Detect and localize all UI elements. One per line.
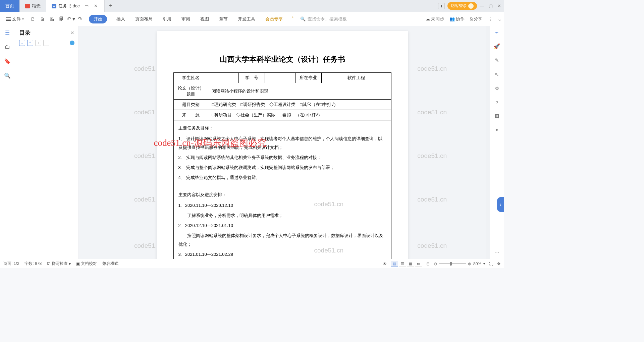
view-read-icon[interactable]: ▭ (415, 261, 422, 267)
file-menu[interactable]: 文件▾ (3, 15, 27, 23)
view-web-icon[interactable]: ▦ (407, 261, 414, 267)
search-icon: 🔍 (300, 16, 306, 21)
zoom-in-button[interactable]: ⊕ (468, 262, 471, 266)
watermark: code51.cn (417, 65, 447, 72)
tab-close-icon[interactable]: ✕ (93, 3, 99, 9)
undo-icon[interactable]: ↶ ▾ (67, 16, 75, 22)
document-canvas[interactable]: ▤ ✥ + code51.cn code51.cn code51.cn code… (79, 26, 486, 259)
ribbon-tab-pagelayout[interactable]: 页面布局 (135, 15, 153, 23)
more-icon[interactable]: ⋮ (488, 16, 493, 22)
outline-panel: 目录 ✕ ⌄ ⌃ + − (15, 26, 79, 259)
status-eye-icon[interactable]: 👁 (383, 262, 387, 266)
status-words[interactable]: 字数: 878 (24, 261, 42, 267)
login-button[interactable]: 访客登录 (447, 2, 477, 10)
qat-sync-icon[interactable]: 🗎 (39, 16, 45, 22)
document-table: 学生姓名 学 号 所在专业软件工程 论文（设计）题目阅读网站小程序的设计和实现 … (173, 72, 391, 259)
ribbon-tab-section[interactable]: 章节 (218, 15, 228, 23)
tab-bar: 首页 稻壳 W 任务书.doc ▭ ✕ + 1 访客登录 — ▢ ✕ (0, 0, 504, 12)
fit-icon[interactable]: ✥ (497, 262, 500, 266)
daoke-icon (25, 4, 30, 8)
right-rail-pen-icon[interactable]: ✎ (495, 57, 499, 63)
status-spellcheck[interactable]: ☑ 拼写检查 ▾ (47, 261, 71, 267)
outline-close-icon[interactable]: ✕ (70, 30, 74, 36)
tab-home[interactable]: 首页 (0, 0, 20, 12)
maximize-icon[interactable]: ▢ (489, 3, 493, 8)
ribbon-tab-start[interactable]: 开始 (89, 15, 107, 23)
outline-expand-icon[interactable]: ⌄ (19, 40, 25, 46)
tab-split-icon[interactable]: ▭ (83, 3, 90, 9)
right-rail-collapse-icon[interactable]: ⫟ (494, 30, 499, 35)
zoom-out-button[interactable]: ⊖ (434, 262, 437, 266)
ribbon-tab-view[interactable]: 视图 (200, 15, 210, 23)
status-layout-icon[interactable]: ⊞ (426, 262, 430, 266)
right-rail-rocket-icon[interactable]: 🚀 (494, 43, 500, 49)
tab-document[interactable]: W 任务书.doc ▭ ✕ (46, 0, 105, 12)
window-count-badge[interactable]: 1 (438, 3, 445, 9)
qat-save-icon[interactable]: 🗋 (30, 16, 36, 22)
document-page: code51.cn code51.cn code51.cn-源码乐园盗图必究 山… (157, 31, 408, 259)
ribbon-search[interactable]: 🔍 查找命令、搜索模板 (300, 16, 347, 22)
right-rail-spark-icon[interactable]: ✦ (495, 127, 499, 133)
scrollbar[interactable] (486, 26, 490, 259)
sync-button[interactable]: ☁ 未同步 (426, 16, 444, 22)
thumbnail-icon[interactable]: 🗀 (5, 44, 10, 50)
watermark: code51.cn (417, 242, 447, 249)
outline-plus-icon[interactable]: + (35, 40, 41, 46)
status-bar: 页面: 1/2 字数: 878 ☑ 拼写检查 ▾ ▣ 文档校对 兼容模式 👁 ▤… (0, 259, 504, 268)
fullscreen-icon[interactable]: ⛶ (489, 262, 493, 266)
avatar-icon (468, 3, 474, 9)
right-rail: ⫟ 🚀 ✎ ↖ ⚙ ? 🖾 ✦ ⋯ (490, 26, 504, 259)
ribbon-tab-member[interactable]: 会员专享 (265, 15, 283, 23)
bookmark-icon[interactable]: 🔖 (4, 58, 11, 64)
ribbon: 文件▾ 🗋 🗎 🖶 🗐 ↶ ▾ ↷ 开始 插入 页面布局 引用 审阅 视图 章节… (0, 12, 504, 26)
right-rail-image-icon[interactable]: 🖾 (494, 113, 499, 119)
side-expand-button[interactable]: ‹ (497, 197, 504, 212)
coop-button[interactable]: 👥 协作 (449, 16, 465, 22)
right-rail-more-icon[interactable]: ⋯ (494, 249, 499, 255)
outline-collapse-icon[interactable]: ⌃ (27, 40, 33, 46)
redo-icon[interactable]: ↷ (78, 16, 82, 22)
qat-preview-icon[interactable]: 🗐 (58, 16, 64, 22)
collapse-ribbon-icon[interactable]: ⌵ (498, 16, 501, 22)
right-rail-help-icon[interactable]: ? (495, 100, 498, 105)
outline-settings-icon[interactable] (70, 41, 74, 45)
outline-icon[interactable]: ☰ (5, 30, 10, 36)
qat-print-icon[interactable]: 🖶 (49, 16, 55, 22)
new-tab-button[interactable]: + (105, 2, 116, 9)
outline-title: 目录 (19, 29, 31, 37)
doc-icon: W (52, 4, 56, 8)
right-rail-settings-icon[interactable]: ⚙ (495, 86, 499, 92)
zoom-slider[interactable] (439, 263, 466, 264)
minimize-icon[interactable]: — (480, 3, 484, 8)
document-title: 山西大学本科毕业论文（设计）任务书 (173, 54, 391, 64)
left-rail: ☰ 🗀 🔖 🔍 (0, 26, 15, 259)
search-rail-icon[interactable]: 🔍 (4, 72, 11, 79)
zoom-level[interactable]: 80% (473, 262, 481, 266)
close-icon[interactable]: ✕ (497, 3, 501, 8)
ribbon-tab-review[interactable]: 审阅 (181, 15, 191, 23)
watermark: code51.cn (417, 196, 447, 203)
ribbon-tab-insert[interactable]: 插入 (116, 15, 126, 23)
right-rail-cursor-icon[interactable]: ↖ (495, 71, 499, 77)
view-outline-icon[interactable]: ☰ (399, 261, 406, 267)
hamburger-icon (6, 17, 11, 21)
ribbon-tab-reference[interactable]: 引用 (162, 15, 172, 23)
chevron-right-icon[interactable]: › (292, 15, 293, 23)
tab-daoke[interactable]: 稻壳 (20, 0, 46, 12)
status-proof[interactable]: ▣ 文档校对 (76, 261, 97, 267)
ribbon-tab-devtools[interactable]: 开发工具 (237, 15, 256, 23)
watermark: code51.cn (417, 109, 447, 116)
outline-minus-icon[interactable]: − (43, 40, 49, 46)
share-button[interactable]: ⎘ 分享 (470, 16, 482, 22)
status-compat: 兼容模式 (102, 261, 118, 267)
view-page-icon[interactable]: ▤ (391, 261, 398, 267)
watermark: code51.cn (417, 152, 447, 160)
status-page[interactable]: 页面: 1/2 (3, 261, 19, 267)
